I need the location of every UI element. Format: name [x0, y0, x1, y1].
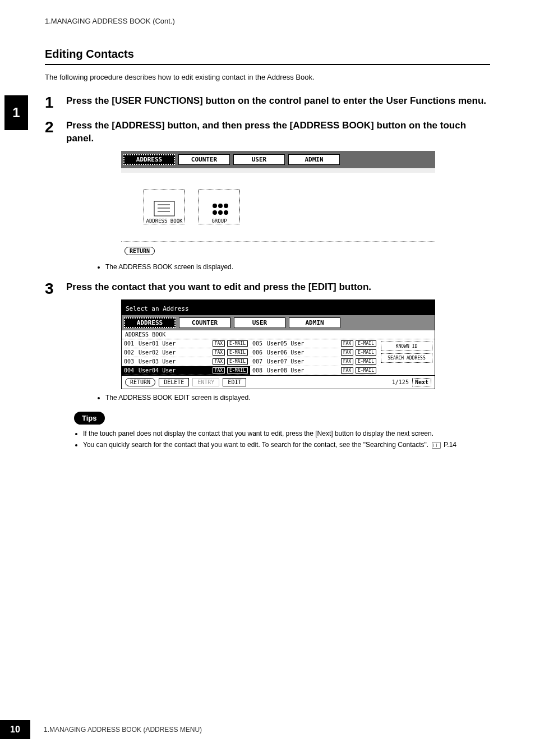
tips-item: You can quickly search for the contact t…: [83, 440, 490, 449]
row-num: 001: [124, 340, 136, 347]
page-number: 10: [0, 720, 30, 739]
row-name: User02 User: [139, 349, 210, 356]
svg-point-8: [218, 210, 223, 215]
svg-point-4: [213, 204, 217, 208]
row-name: User01 User: [139, 340, 210, 347]
step-text: Press the contact that you want to edit …: [66, 281, 490, 294]
group-label: GROUP: [211, 218, 227, 224]
entry-button[interactable]: ENTRY: [192, 378, 219, 386]
address-row[interactable]: 003 User03 User FAX E-MAIL: [122, 357, 250, 366]
fax-tag: FAX: [341, 367, 353, 374]
fax-tag: FAX: [213, 349, 225, 356]
tab-counter[interactable]: COUNTER: [178, 154, 230, 165]
row-num: 006: [252, 349, 265, 356]
fax-tag: FAX: [341, 349, 353, 356]
svg-point-6: [224, 204, 228, 208]
tab-address[interactable]: ADDRESS: [123, 154, 175, 165]
page-reference: P.14: [444, 441, 456, 449]
screenshot-address-menu: ADDRESS COUNTER USER ADMIN ADDRESS BOOK …: [121, 151, 435, 259]
row-name: User07 User: [267, 358, 339, 365]
step-note: The ADDRESS BOOK EDIT screen is displaye…: [105, 394, 490, 402]
row-num: 002: [124, 349, 136, 356]
group-icon: [208, 200, 230, 217]
row-name: User08 User: [267, 367, 339, 374]
tab-admin[interactable]: ADMIN: [288, 154, 340, 165]
tab-user[interactable]: USER: [234, 317, 285, 328]
delete-button[interactable]: DELETE: [159, 378, 189, 386]
email-tag: E-MAIL: [227, 358, 248, 365]
return-button[interactable]: RETURN: [125, 378, 155, 386]
address-row[interactable]: 001 User01 User FAX E-MAIL: [122, 339, 250, 348]
screenshot-address-list: Select an Address ADDRESS COUNTER USER A…: [121, 299, 435, 389]
known-id-button[interactable]: KNOWN ID: [381, 342, 432, 351]
book-reference-icon: [432, 442, 441, 449]
row-name: User05 User: [267, 340, 339, 347]
tips-item: If the touch panel does not display the …: [83, 429, 490, 438]
step-2: 2 Press the [ADDRESS] button, and then p…: [45, 119, 490, 272]
pager-label: 1/125: [392, 379, 409, 385]
row-num: 007: [252, 358, 265, 365]
email-tag: E-MAIL: [356, 340, 376, 347]
chapter-tab: 1: [4, 95, 28, 130]
email-tag: E-MAIL: [227, 340, 248, 347]
fax-tag: FAX: [213, 340, 225, 347]
next-button[interactable]: Next: [412, 378, 431, 386]
email-tag: E-MAIL: [356, 367, 376, 374]
step-number: 2: [45, 119, 66, 135]
section-title: Editing Contacts: [45, 48, 490, 65]
tips-badge: Tips: [74, 412, 105, 425]
row-num: 005: [252, 340, 265, 347]
address-row-selected[interactable]: 004 User04 User FAX E-MAIL: [122, 366, 250, 375]
fax-tag: FAX: [213, 358, 225, 365]
edit-button[interactable]: EDIT: [223, 378, 246, 386]
row-name: User03 User: [139, 358, 210, 365]
row-name: User06 User: [267, 349, 339, 356]
email-tag: E-MAIL: [227, 367, 248, 374]
svg-rect-0: [154, 201, 174, 216]
fax-tag: FAX: [213, 367, 225, 374]
return-button[interactable]: RETURN: [124, 247, 155, 255]
screen-subtitle: ADDRESS BOOK: [122, 330, 435, 339]
email-tag: E-MAIL: [227, 349, 248, 356]
svg-point-9: [224, 210, 228, 215]
address-book-button[interactable]: ADDRESS BOOK: [144, 190, 185, 224]
address-row[interactable]: 002 User02 User FAX E-MAIL: [122, 348, 250, 357]
tab-user[interactable]: USER: [233, 154, 285, 165]
email-tag: E-MAIL: [356, 358, 376, 365]
fax-tag: FAX: [341, 340, 353, 347]
address-row[interactable]: 005 User05 User FAX E-MAIL: [250, 339, 379, 348]
tips-item-text: You can quickly search for the contact t…: [83, 441, 428, 449]
page-footer: 10 1.MANAGING ADDRESS BOOK (ADDRESS MENU…: [0, 720, 202, 739]
step-number: 1: [45, 95, 66, 110]
address-row[interactable]: 007 User07 User FAX E-MAIL: [250, 357, 379, 366]
footer-text: 1.MANAGING ADDRESS BOOK (ADDRESS MENU): [44, 726, 202, 734]
search-address-button[interactable]: SEARCH ADDRESS: [381, 353, 432, 363]
tab-counter[interactable]: COUNTER: [179, 317, 230, 328]
row-name: User04 User: [139, 367, 210, 374]
row-num: 008: [252, 367, 265, 374]
address-row[interactable]: 008 User08 User FAX E-MAIL: [250, 366, 379, 375]
row-num: 004: [124, 367, 136, 374]
svg-point-7: [213, 210, 217, 215]
step-text: Press the [USER FUNCTIONS] button on the…: [66, 95, 490, 108]
row-num: 003: [124, 358, 136, 365]
step-text: Press the [ADDRESS] button, and then pre…: [66, 119, 490, 145]
section-intro: The following procedure describes how to…: [45, 73, 490, 81]
tab-address[interactable]: ADDRESS: [124, 317, 176, 328]
step-number: 3: [45, 281, 66, 297]
step-1: 1 Press the [USER FUNCTIONS] button on t…: [45, 95, 490, 110]
running-header: 1.MANAGING ADDRESS BOOK (Cont.): [45, 17, 490, 25]
tab-admin[interactable]: ADMIN: [289, 317, 340, 328]
address-book-label: ADDRESS BOOK: [146, 218, 182, 224]
step-note: The ADDRESS BOOK screen is displayed.: [105, 263, 490, 271]
address-row[interactable]: 006 User06 User FAX E-MAIL: [250, 348, 379, 357]
address-book-icon: [153, 200, 176, 217]
svg-point-5: [218, 204, 223, 208]
tips-list: If the touch panel does not display the …: [66, 429, 490, 449]
group-button[interactable]: GROUP: [199, 190, 240, 224]
step-3: 3 Press the contact that you want to edi…: [45, 281, 490, 451]
email-tag: E-MAIL: [356, 349, 376, 356]
screen-prompt: Select an Address: [121, 299, 435, 315]
fax-tag: FAX: [341, 358, 353, 365]
